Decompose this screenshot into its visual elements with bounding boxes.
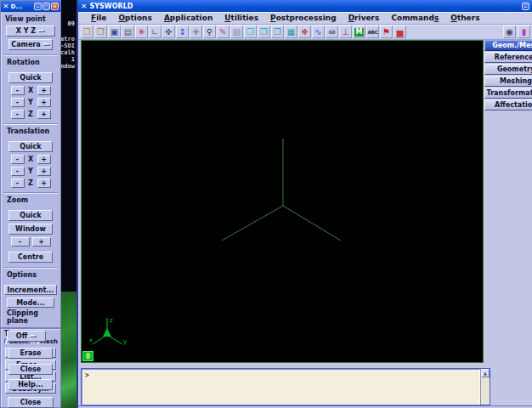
axis-y-label: Y (27, 167, 35, 175)
wireframe-box-icon[interactable]: ▧ (230, 26, 243, 38)
minimize-icon[interactable]: – (522, 3, 529, 10)
panel-button-geom-mesh[interactable]: Geom./Mesh (484, 40, 532, 51)
zoom-in-button[interactable]: + (32, 237, 51, 246)
menu-options[interactable]: Options (112, 14, 157, 22)
menu-utilities[interactable]: Utilities (218, 14, 264, 22)
close-button[interactable]: Close (8, 364, 53, 375)
axes-triad (82, 41, 483, 362)
command-input[interactable]: > (82, 369, 480, 405)
panel-button-transformation[interactable]: Transformation (484, 88, 532, 99)
orientation-indicator: z x y (88, 313, 129, 348)
menu-commands[interactable]: Commands (385, 14, 444, 22)
panel-button-references[interactable]: References (484, 52, 532, 63)
options-group-label: Options (5, 271, 38, 279)
zoom-quick-button[interactable]: Quick (8, 210, 53, 221)
open-database-icon[interactable]: ❒ (94, 26, 107, 38)
rotate-y-plus-button[interactable]: + (37, 98, 51, 107)
x11-logo-icon: ✕ (3, 3, 9, 9)
increment-button[interactable]: Increment... (4, 285, 57, 295)
dialog-title: D... (11, 3, 32, 10)
histogram-icon[interactable]: ▅ (393, 26, 406, 38)
graphics-viewport[interactable]: z x y 0 (81, 40, 484, 363)
axis-x-label: X (27, 156, 35, 163)
save-icon[interactable]: ▣ (108, 26, 121, 38)
clipping-plane-label: Clipping plane (5, 309, 59, 325)
command-scrollbar[interactable]: ▲ (480, 369, 490, 405)
clipped-tool-icon[interactable]: ▮ (518, 26, 530, 38)
zoom-out-button[interactable]: - (11, 237, 30, 246)
tree-close-button[interactable]: Close (8, 397, 54, 408)
menu-bar: FileOptionsApplicationUtilitiesPostproce… (78, 12, 532, 25)
window-bottom-border (78, 405, 532, 406)
rotate-x-plus-button[interactable]: + (37, 86, 51, 95)
rotation-quick-button[interactable]: Quick (8, 72, 53, 83)
translate-z-minus-button[interactable]: - (11, 178, 25, 188)
hidden-line-box-icon[interactable]: ❒ (244, 26, 257, 38)
maximize-icon[interactable]: ▢ (42, 3, 50, 10)
rotate-x-minus-button[interactable]: - (11, 86, 25, 95)
zoom-group-label: Zoom (5, 196, 30, 204)
flag-icon[interactable]: ⚑ (380, 26, 393, 38)
x11-logo-icon: ✕ (81, 3, 88, 9)
axis-z-label: Z (27, 110, 35, 118)
translation-quick-button[interactable]: Quick (8, 141, 53, 152)
help-button[interactable]: Help... (8, 379, 53, 390)
rotate-z-plus-button[interactable]: + (37, 110, 51, 119)
minimize-icon[interactable]: – (34, 3, 42, 10)
open-icon[interactable]: ❒ (81, 26, 93, 38)
translate-x-plus-button[interactable]: + (37, 155, 51, 164)
command-prompt: > (85, 371, 89, 379)
menu-others[interactable]: Others (444, 14, 485, 22)
color-palette-icon[interactable]: ❖ (298, 26, 311, 38)
rotate-y-minus-button[interactable]: - (11, 98, 25, 107)
material-icon[interactable]: M (353, 26, 365, 38)
local-axes-icon[interactable]: ∟ (149, 26, 161, 38)
pan-icon[interactable]: ✚ (190, 26, 202, 38)
viewpoint-dialog: ✕ D... – ▢ ✕ View point X Y Z Camera Rot… (0, 0, 61, 328)
toolbar: ❒❒▣▤✳∟✜↕✚⚲✎▧❒❒❒▦❖∿60⊥MABC⚑▅◉▮ (78, 25, 532, 40)
menu-file[interactable]: File (85, 14, 112, 22)
panel-button-meshing[interactable]: Meshing (484, 76, 532, 87)
option-indicator (43, 43, 50, 46)
menu-drivers[interactable]: Drivers (342, 14, 386, 22)
axis-z-label: Z (27, 179, 35, 187)
numeric-display-icon[interactable]: 60 (325, 26, 338, 38)
mode-button[interactable]: Mode... (7, 298, 54, 308)
camera-icon[interactable]: ◉ (503, 26, 516, 38)
sysworld-titlebar[interactable]: ✕ SYSWORLD – (78, 0, 532, 12)
panel-button-affectation[interactable]: Affectation (484, 99, 532, 110)
translate-y-plus-button[interactable]: + (37, 167, 51, 176)
axis-x-label: X (27, 87, 35, 94)
viewpoint-dialog-titlebar[interactable]: ✕ D... – ▢ ✕ (1, 1, 60, 12)
erase-button[interactable]: Erase (8, 348, 53, 359)
shaded-box-icon[interactable]: ❒ (258, 26, 270, 38)
menu-postprocessing[interactable]: Postprocessing (264, 14, 342, 22)
menu-application[interactable]: Application (158, 14, 218, 22)
origin-badge: 0 (82, 351, 93, 361)
print-icon[interactable]: ▤ (122, 26, 134, 38)
close-icon[interactable]: ✕ (51, 3, 59, 10)
axis-z-label: z (110, 317, 113, 324)
erase-icon[interactable]: ✎ (217, 26, 229, 38)
text-label-icon[interactable]: ABC (366, 26, 379, 38)
translate-x-minus-button[interactable]: - (11, 155, 25, 164)
global-axes-icon[interactable]: ✳ (135, 26, 148, 38)
translate-z-plus-button[interactable]: + (37, 178, 51, 188)
fit-vertical-icon[interactable]: ↕ (176, 26, 189, 38)
clipping-option-button[interactable]: Off (7, 331, 46, 342)
zoom-icon[interactable]: ⚲ (203, 26, 216, 38)
smooth-shaded-box-icon[interactable]: ❒ (271, 26, 284, 38)
xyz-option-button[interactable]: X Y Z (6, 26, 55, 37)
scroll-up-icon[interactable]: ▲ (481, 369, 490, 377)
mesh-box-icon[interactable]: ▦ (285, 26, 297, 38)
curve-plot-icon[interactable]: ∿ (312, 26, 325, 38)
panel-button-geometry[interactable]: Geometry (484, 64, 532, 75)
translate-y-minus-button[interactable]: - (11, 167, 25, 176)
tree-structure-icon[interactable]: ⊥ (339, 26, 352, 38)
fit-view-icon[interactable]: ✜ (162, 26, 175, 38)
translation-group-label: Translation (5, 128, 51, 135)
centre-button[interactable]: Centre (8, 252, 53, 263)
zoom-window-button[interactable]: Window (8, 224, 53, 235)
rotate-z-minus-button[interactable]: - (11, 110, 25, 119)
camera-option-button[interactable]: Camera (8, 39, 53, 50)
